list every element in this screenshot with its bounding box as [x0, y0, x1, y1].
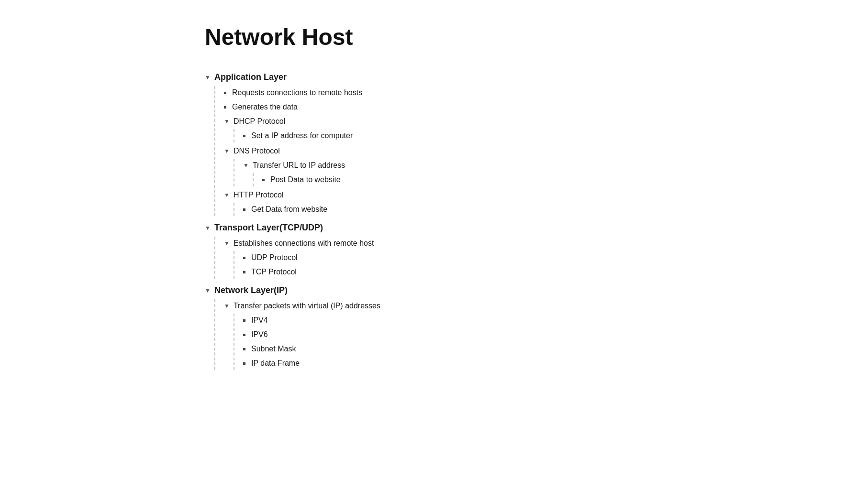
chevron-icon: ▼ — [205, 74, 211, 81]
bullet-icon — [243, 135, 245, 137]
chevron-icon: ▼ — [205, 287, 211, 294]
section-application-layer: ▼ Application Layer Requests connections… — [205, 69, 479, 216]
section-transport-layer-label: Transport Layer(TCP/UDP) — [214, 223, 323, 233]
section-dns-children: ▼ Transfer URL to IP address Post Data t… — [234, 159, 479, 186]
bullet-icon — [243, 271, 245, 273]
section-transfer-url: ▼ Transfer URL to IP address Post Data t… — [243, 159, 479, 186]
bullet-icon — [243, 334, 245, 336]
section-dhcp: ▼ DHCP Protocol Set a IP address for com… — [224, 115, 479, 142]
section-transfer-packets-header[interactable]: ▼ Transfer packets with virtual (IP) add… — [224, 299, 479, 313]
chevron-icon: ▼ — [243, 162, 249, 169]
bullet-icon — [243, 257, 245, 259]
transfer-packets-label: Transfer packets with virtual (IP) addre… — [234, 302, 380, 310]
bullet-icon — [224, 92, 226, 94]
section-transfer-packets-children: IPV4 IPV6 Subnet Mask — [234, 314, 479, 370]
section-transport-layer-header[interactable]: ▼ Transport Layer(TCP/UDP) — [205, 220, 479, 236]
bullet-icon — [224, 106, 226, 109]
chevron-icon: ▼ — [224, 192, 230, 198]
section-transfer-url-children: Post Data to website — [253, 173, 479, 186]
requests-connections-label: Requests connections to remote hosts — [232, 88, 362, 97]
generates-data-item: Generates the data — [224, 100, 479, 114]
bullet-icon — [243, 208, 245, 211]
bullet-icon — [262, 179, 265, 181]
section-http-label: HTTP Protocol — [234, 191, 284, 199]
section-application-layer-label: Application Layer — [214, 72, 287, 82]
generates-data-label: Generates the data — [232, 103, 298, 111]
udp-protocol-label: UDP Protocol — [251, 253, 298, 262]
ip-data-frame-label: IP data Frame — [251, 359, 300, 368]
subnet-mask-label: Subnet Mask — [251, 345, 296, 353]
bullet-icon — [243, 319, 245, 322]
list-item: Post Data to website — [262, 173, 479, 186]
list-item: TCP Protocol — [243, 265, 479, 279]
section-dns: ▼ DNS Protocol ▼ Transfer URL to IP addr… — [224, 144, 479, 186]
requests-connections-item: Requests connections to remote hosts — [224, 86, 479, 99]
get-data-label: Get Data from website — [251, 205, 327, 214]
section-network-layer-label: Network Layer(IP) — [214, 285, 288, 295]
post-data-label: Post Data to website — [270, 175, 341, 184]
section-http-children: Get Data from website — [234, 203, 479, 216]
list-item: UDP Protocol — [243, 251, 479, 264]
list-item: IPV4 — [243, 314, 479, 327]
outline-tree: ▼ Application Layer Requests connections… — [205, 69, 479, 370]
list-item: Generates the data — [224, 100, 479, 114]
section-dhcp-children: Set a IP address for computer — [234, 129, 479, 142]
tcp-protocol-label: TCP Protocol — [251, 268, 297, 276]
section-transfer-url-header[interactable]: ▼ Transfer URL to IP address — [243, 159, 479, 172]
list-item: Subnet Mask — [243, 342, 479, 356]
section-http: ▼ HTTP Protocol Get Data from website — [224, 188, 479, 216]
list-item: IP data Frame — [243, 357, 479, 370]
page-container: Network Host ▼ Application Layer Request… — [0, 0, 479, 398]
section-network-layer-children: ▼ Transfer packets with virtual (IP) add… — [214, 299, 479, 370]
chevron-icon: ▼ — [224, 240, 230, 247]
list-item: Get Data from website — [243, 203, 479, 216]
section-establishes: ▼ Establishes connections with remote ho… — [224, 237, 479, 279]
section-application-layer-header[interactable]: ▼ Application Layer — [205, 69, 479, 85]
bullet-icon — [243, 348, 245, 350]
chevron-icon: ▼ — [224, 148, 230, 154]
list-item: IPV6 — [243, 328, 479, 341]
section-transfer-packets: ▼ Transfer packets with virtual (IP) add… — [224, 299, 479, 370]
page-title: Network Host — [205, 24, 479, 50]
list-item: Requests connections to remote hosts — [224, 86, 479, 99]
section-establishes-header[interactable]: ▼ Establishes connections with remote ho… — [224, 237, 479, 250]
section-network-layer-header[interactable]: ▼ Network Layer(IP) — [205, 283, 479, 298]
chevron-icon: ▼ — [224, 118, 230, 125]
list-item: Set a IP address for computer — [243, 129, 479, 142]
section-http-header[interactable]: ▼ HTTP Protocol — [224, 188, 479, 202]
ipv6-label: IPV6 — [251, 330, 268, 339]
establishes-label: Establishes connections with remote host — [234, 239, 374, 248]
section-application-layer-children: Requests connections to remote hosts Gen… — [214, 86, 479, 216]
chevron-icon: ▼ — [224, 303, 230, 309]
bullet-icon — [243, 362, 245, 365]
chevron-icon: ▼ — [205, 225, 211, 231]
section-transport-layer: ▼ Transport Layer(TCP/UDP) ▼ Establishes… — [205, 220, 479, 279]
ipv4-label: IPV4 — [251, 316, 268, 325]
section-transport-layer-children: ▼ Establishes connections with remote ho… — [214, 237, 479, 279]
section-dns-label: DNS Protocol — [234, 147, 280, 155]
section-establishes-children: UDP Protocol TCP Protocol — [234, 251, 479, 279]
section-dhcp-header[interactable]: ▼ DHCP Protocol — [224, 115, 479, 128]
section-dhcp-label: DHCP Protocol — [234, 117, 285, 126]
section-dns-header[interactable]: ▼ DNS Protocol — [224, 144, 479, 158]
section-network-layer: ▼ Network Layer(IP) ▼ Transfer packets w… — [205, 283, 479, 370]
transfer-url-label: Transfer URL to IP address — [253, 161, 345, 170]
set-ip-label: Set a IP address for computer — [251, 131, 353, 140]
